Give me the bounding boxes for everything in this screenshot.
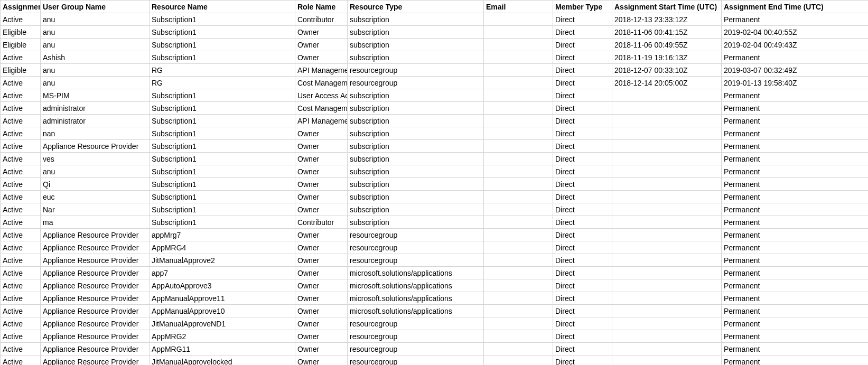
cell[interactable]: Active — [1, 140, 41, 153]
table-row[interactable]: ActivemaSubscription1Contributorsubscrip… — [1, 216, 869, 229]
cell[interactable]: Direct — [553, 279, 612, 292]
cell[interactable]: Active — [1, 165, 41, 178]
cell[interactable] — [484, 254, 553, 267]
cell[interactable] — [484, 317, 553, 330]
cell[interactable] — [484, 229, 553, 241]
cell[interactable]: subscription — [348, 51, 484, 64]
cell[interactable]: Owner — [295, 39, 348, 51]
cell[interactable]: Owner — [295, 343, 348, 355]
cell[interactable]: ves — [41, 153, 150, 165]
cell[interactable]: Eligible — [1, 64, 41, 77]
cell[interactable]: subscription — [348, 39, 484, 51]
cell[interactable]: Subscription1 — [150, 203, 295, 216]
cell[interactable]: appMrg7 — [150, 229, 295, 241]
cell[interactable]: anu — [41, 165, 150, 178]
cell[interactable]: Direct — [553, 165, 612, 178]
cell[interactable]: Direct — [553, 254, 612, 267]
cell[interactable] — [484, 51, 553, 64]
col-member-type[interactable]: Member Type — [553, 1, 612, 13]
cell[interactable]: Appliance Resource Provider — [41, 330, 150, 343]
col-role-name[interactable]: Role Name — [295, 1, 348, 13]
cell[interactable]: 2018-11-06 00:41:15Z — [612, 26, 722, 39]
cell[interactable]: subscription — [348, 127, 484, 140]
cell[interactable]: Direct — [553, 305, 612, 317]
cell[interactable]: resourcegroup — [348, 64, 484, 77]
cell[interactable]: nan — [41, 127, 150, 140]
table-row[interactable]: ActiveanuSubscription1OwnersubscriptionD… — [1, 165, 869, 178]
table-row[interactable]: ActiveadministratorSubscription1API Mana… — [1, 115, 869, 127]
cell[interactable]: Subscription1 — [150, 102, 295, 115]
cell[interactable]: ma — [41, 216, 150, 229]
cell[interactable] — [484, 330, 553, 343]
cell[interactable]: Owner — [295, 178, 348, 191]
cell[interactable]: Direct — [553, 292, 612, 305]
cell[interactable]: Permanent — [722, 140, 869, 153]
table-row[interactable]: ActiveanuRGCost Management Contributorre… — [1, 77, 869, 89]
cell[interactable]: AppMRG2 — [150, 330, 295, 343]
cell[interactable]: Permanent — [722, 178, 869, 191]
cell[interactable] — [612, 191, 722, 203]
cell[interactable]: Contributor — [295, 216, 348, 229]
cell[interactable]: subscription — [348, 165, 484, 178]
cell[interactable] — [612, 355, 722, 366]
table-row[interactable]: ActiveAppliance Resource ProviderAppMRG1… — [1, 343, 869, 355]
cell[interactable] — [484, 165, 553, 178]
cell[interactable]: Direct — [553, 229, 612, 241]
cell[interactable]: Direct — [553, 191, 612, 203]
cell[interactable]: Permanent — [722, 355, 869, 366]
cell[interactable]: Active — [1, 330, 41, 343]
cell[interactable]: Direct — [553, 153, 612, 165]
cell[interactable] — [484, 178, 553, 191]
cell[interactable] — [612, 102, 722, 115]
cell[interactable]: Permanent — [722, 191, 869, 203]
cell[interactable]: Eligible — [1, 39, 41, 51]
cell[interactable] — [612, 140, 722, 153]
cell[interactable]: Active — [1, 229, 41, 241]
cell[interactable]: resourcegroup — [348, 330, 484, 343]
table-row[interactable]: ActiveAppliance Resource ProviderJitManu… — [1, 317, 869, 330]
cell[interactable]: Active — [1, 115, 41, 127]
cell[interactable]: Appliance Resource Provider — [41, 241, 150, 254]
cell[interactable]: Qi — [41, 178, 150, 191]
col-start-time[interactable]: Assignment Start Time (UTC) — [612, 1, 722, 13]
cell[interactable]: resourcegroup — [348, 343, 484, 355]
cell[interactable]: Appliance Resource Provider — [41, 279, 150, 292]
table-row[interactable]: ActiveAppliance Resource ProviderJitManu… — [1, 254, 869, 267]
table-row[interactable]: ActivenanSubscription1OwnersubscriptionD… — [1, 127, 869, 140]
cell[interactable]: resourcegroup — [348, 229, 484, 241]
cell[interactable]: Subscription1 — [150, 115, 295, 127]
cell[interactable]: Owner — [295, 229, 348, 241]
cell[interactable]: Direct — [553, 51, 612, 64]
cell[interactable]: MS-PIM — [41, 89, 150, 102]
col-user-group-name[interactable]: User Group Name — [41, 1, 150, 13]
cell[interactable]: resourcegroup — [348, 254, 484, 267]
cell[interactable]: Subscription1 — [150, 89, 295, 102]
cell[interactable]: Active — [1, 305, 41, 317]
cell[interactable]: Active — [1, 216, 41, 229]
cell[interactable]: Appliance Resource Provider — [41, 229, 150, 241]
cell[interactable] — [484, 279, 553, 292]
cell[interactable]: Permanent — [722, 292, 869, 305]
col-assignment[interactable]: Assignment — [1, 1, 41, 13]
cell[interactable]: Subscription1 — [150, 26, 295, 39]
col-resource-name[interactable]: Resource Name — [150, 1, 295, 13]
cell[interactable]: Direct — [553, 127, 612, 140]
table-row[interactable]: ActiveadministratorSubscription1Cost Man… — [1, 102, 869, 115]
cell[interactable]: subscription — [348, 89, 484, 102]
cell[interactable]: Direct — [553, 178, 612, 191]
cell[interactable]: Direct — [553, 330, 612, 343]
cell[interactable]: JitManualApprove2 — [150, 254, 295, 267]
cell[interactable] — [612, 279, 722, 292]
cell[interactable]: Owner — [295, 51, 348, 64]
cell[interactable] — [484, 26, 553, 39]
cell[interactable]: Permanent — [722, 115, 869, 127]
cell[interactable]: Subscription1 — [150, 165, 295, 178]
cell[interactable]: subscription — [348, 191, 484, 203]
cell[interactable]: Owner — [295, 330, 348, 343]
cell[interactable]: 2019-02-04 00:40:55Z — [722, 26, 869, 39]
cell[interactable] — [612, 254, 722, 267]
cell[interactable]: Permanent — [722, 317, 869, 330]
cell[interactable] — [612, 343, 722, 355]
cell[interactable]: Direct — [553, 77, 612, 89]
cell[interactable]: Appliance Resource Provider — [41, 140, 150, 153]
